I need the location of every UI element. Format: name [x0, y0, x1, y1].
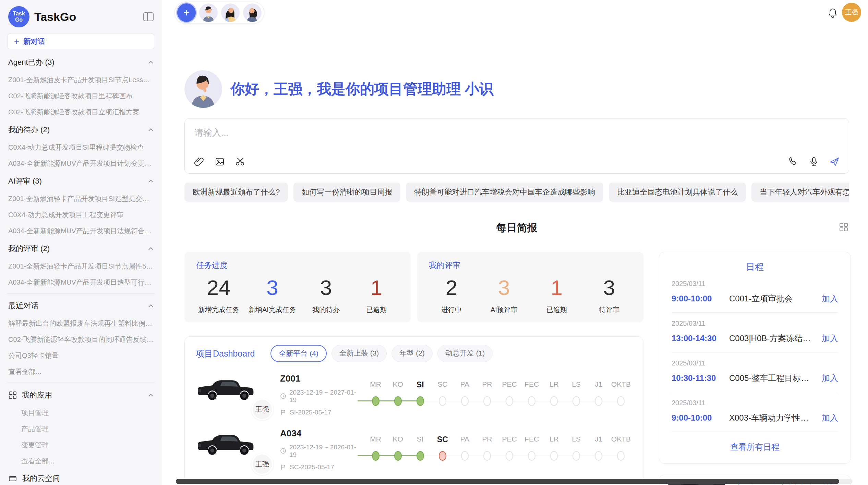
sidebar-header: Task Go TaskGo	[8, 5, 154, 31]
suggestion-chip[interactable]: 当下年轻人对汽车外观有怎样的喜好趋势	[751, 183, 849, 202]
sidebar-item[interactable]: C02-飞腾新能源轻客改款项目里程碑画布	[8, 88, 154, 104]
schedule-time: 10:30-11:30	[672, 373, 729, 383]
join-link[interactable]: 加入	[822, 412, 838, 423]
section-my-review[interactable]: 我的评审 (2)	[8, 239, 154, 258]
card-title: 我的评审	[429, 260, 632, 271]
sidebar-item[interactable]: A034-全新新能源MUV产品开发项目法规符合性评审	[8, 223, 154, 239]
microphone-icon[interactable]	[808, 156, 819, 167]
milestone-dot-done	[394, 396, 402, 406]
section-agent-done[interactable]: Agent已办 (3)	[8, 53, 154, 72]
milestone-dot	[506, 396, 513, 406]
project-row-z001[interactable]: 王强 Z001 2023-12-19 ~ 2027-01-19 SI-2025-…	[196, 372, 632, 417]
project-row-a034[interactable]: 王强 A034 2023-12-19 ~ 2026-01-19 SC-2025-…	[196, 427, 632, 472]
milestone-track: MRKO SISC PAPR PECFEC LRLS J1OKTB	[364, 380, 632, 409]
chat-input-box	[184, 118, 849, 174]
user-avatar[interactable]: 王强	[842, 3, 861, 22]
sidebar-item[interactable]: 公司Q3轻卡销量	[8, 348, 154, 364]
tab-new-platform[interactable]: 全新平台 (4)	[270, 345, 327, 362]
schedule-date: 2025/03/11	[672, 399, 838, 407]
collapse-sidebar-icon[interactable]	[143, 12, 154, 21]
project-flag: SI-2025-05-17	[290, 409, 331, 416]
milestone-dot	[439, 396, 446, 406]
agent-avatar-1[interactable]	[199, 3, 218, 22]
sidebar-item[interactable]: A034-全新新能源MUV产品开发项目计划变更表编写	[8, 156, 154, 172]
divider	[8, 383, 154, 383]
owner-badge: 王强	[251, 453, 273, 475]
schedule-time: 9:00-10:00	[672, 413, 729, 423]
attachment-icon[interactable]	[194, 156, 205, 167]
assistant-avatar	[184, 70, 222, 108]
clock-icon	[280, 393, 286, 399]
sidebar-item[interactable]: Z001-全新燃油皮卡产品开发项目SI节点Lesson Learn报告	[8, 72, 154, 88]
view-all-apps-link[interactable]: 查看全部...	[8, 453, 154, 469]
suggestion-chip[interactable]: 比亚迪全固态电池计划具体说了什么	[609, 183, 746, 202]
scissors-icon[interactable]	[235, 156, 246, 167]
phone-call-icon[interactable]	[788, 156, 799, 167]
sidebar-item[interactable]: C02-飞腾新能源轻客改款项目的闭环通告反馈情况	[8, 332, 154, 348]
suggestion-chip[interactable]: 如何写一份清晰的项目周报	[293, 183, 400, 202]
sidebar-item[interactable]: Z001-全新燃油轻卡产品开发项目SI节点属性5D文件评审	[8, 258, 154, 274]
milestone-dot-done	[372, 396, 379, 406]
card-title: 任务进度	[196, 260, 399, 271]
view-all-schedule-link[interactable]: 查看所有日程	[672, 432, 838, 455]
milestone-dot-alert	[439, 451, 446, 461]
image-icon[interactable]	[214, 156, 225, 167]
project-dates: 2023-12-19 ~ 2027-01-19	[289, 389, 360, 404]
project-code: A034	[280, 428, 360, 439]
sidebar-item[interactable]: C0X4-动力总成开发项目SI里程碑提交物检查	[8, 139, 154, 156]
horizontal-scrollbar	[176, 479, 853, 484]
milestone-dot	[617, 451, 625, 461]
app-link-change-mgmt[interactable]: 变更管理	[8, 437, 154, 453]
agent-avatar-3[interactable]	[243, 3, 262, 22]
sidebar-item[interactable]: C0X4-动力总成开发项目工程变更评审	[8, 207, 154, 223]
sidebar-item[interactable]: Z001-全新燃油轻卡产品开发项目SI造型提交物评审	[8, 191, 154, 207]
sidebar-item[interactable]: 解释最新出台的欧盟报废车法规再生塑料比例被调至15%...	[8, 315, 154, 332]
milestone-dot	[461, 396, 469, 406]
schedule-name: C001-立项审批会	[729, 293, 816, 304]
app-link-project-mgmt[interactable]: 项目管理	[8, 405, 154, 421]
sidebar-item-cloud-space[interactable]: 我的云空间	[8, 469, 154, 485]
suggestion-chip[interactable]: 欧洲新规最近颁布了什么?	[184, 183, 288, 202]
apps-grid-icon	[8, 391, 17, 400]
tab-new-body[interactable]: 全新上装 (3)	[331, 345, 387, 362]
join-link[interactable]: 加入	[822, 333, 838, 344]
flag-icon	[280, 464, 287, 470]
sidebar-item[interactable]: C02-飞腾新能源轻客改款项目立项汇报方案	[8, 104, 154, 120]
milestone-dot-done	[417, 451, 424, 461]
suggestion-chip[interactable]: 特朗普可能对进口汽车增税会对中国车企造成哪些影响	[406, 183, 603, 202]
schedule-date: 2025/03/11	[672, 359, 838, 367]
scrollbar-thumb[interactable]	[176, 479, 839, 484]
section-my-apps[interactable]: 我的应用	[8, 386, 154, 405]
layout-grid-icon[interactable]	[839, 222, 848, 232]
view-all-chats-link[interactable]: 查看全部...	[8, 364, 154, 380]
project-code: Z001	[280, 373, 360, 384]
schedule-date: 2025/03/11	[672, 320, 838, 327]
join-link[interactable]: 加入	[822, 293, 838, 304]
chat-input[interactable]	[185, 119, 849, 147]
briefing-stats: 任务进度 24 新增完成任务 3 新增AI完成任务 3	[184, 252, 643, 322]
agent-avatar-2[interactable]	[221, 3, 240, 22]
section-recent-chats[interactable]: 最近对话	[8, 296, 154, 315]
plus-icon: +	[14, 37, 19, 46]
join-link[interactable]: 加入	[822, 373, 838, 384]
milestone-dot	[528, 451, 535, 461]
section-ai-review[interactable]: AI评审 (3)	[8, 172, 154, 191]
new-chat-button[interactable]: + 新对话	[8, 34, 154, 49]
app-title: TaskGo	[34, 10, 138, 24]
milestone-track: MRKO SISC PAPR PECFEC LRLS J1OKTB	[364, 435, 632, 464]
milestone-dot	[595, 396, 602, 406]
stat-in-progress: 2 进行中	[431, 275, 472, 314]
section-my-todo[interactable]: 我的待办 (2)	[8, 120, 154, 139]
sidebar-item[interactable]: A034-全新新能源MUV产品开发项目造型可行性评审	[8, 274, 154, 290]
tab-model-year[interactable]: 年型 (2)	[391, 345, 433, 362]
milestone-dot	[506, 451, 513, 461]
app-link-product-mgmt[interactable]: 产品管理	[8, 421, 154, 437]
notifications-bell-icon[interactable]	[828, 8, 838, 18]
chevron-up-icon	[148, 61, 154, 64]
milestone-dot-done	[417, 396, 424, 406]
new-chat-label: 新对话	[23, 37, 45, 46]
add-agent-button[interactable]: +	[177, 3, 196, 22]
stat-my-todo: 3 我的待办	[305, 275, 347, 314]
tab-powertrain[interactable]: 动总开发 (1)	[437, 345, 493, 362]
send-icon[interactable]	[829, 156, 840, 167]
